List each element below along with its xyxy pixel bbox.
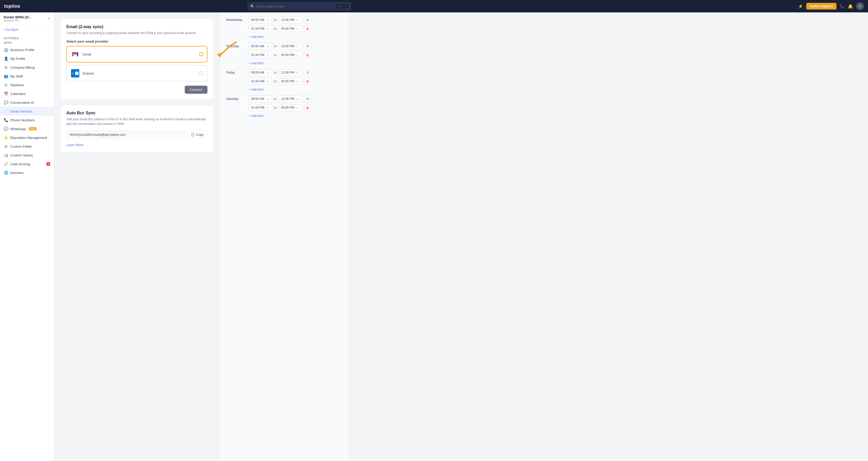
- sidebar-item-label: Custom Values: [10, 153, 33, 157]
- schedule-day: Wednesday: [226, 18, 247, 22]
- schedule-end-time[interactable]: 05:00 PM ◷: [279, 78, 302, 85]
- right-panel: Wednesday 09:00 AM ◷ to 12:00 PM ◷ ⧉ 01:…: [220, 12, 349, 461]
- copy-slot-button[interactable]: ⧉: [304, 69, 311, 76]
- schedule-to: to: [274, 18, 277, 22]
- delete-slot-button[interactable]: 🗑: [304, 52, 311, 58]
- account-name: Dunder Mifflin [D...: [4, 15, 31, 19]
- sidebar-item-business-profile[interactable]: 🏢 Business Profile: [0, 45, 54, 54]
- custom-values-icon: 📊: [4, 153, 8, 157]
- gmail-radio[interactable]: [199, 52, 203, 56]
- auto-bcc-title: Auto Bcc Sync: [66, 111, 208, 116]
- sidebar-item-conversation-ai[interactable]: 💬 Conversation AI: [0, 98, 54, 107]
- pipelines-icon: ⊟: [4, 83, 8, 87]
- settings-section-title: Settings: [0, 34, 54, 41]
- svg-text:O: O: [72, 72, 74, 75]
- sidebar-item-my-staff[interactable]: 👥 My Staff: [0, 72, 54, 80]
- sidebar-item-whatsapp[interactable]: 💬 WhatsApp beta: [0, 124, 54, 133]
- schedule-end-time[interactable]: 12:00 PM ◷: [279, 43, 302, 50]
- sidebar-item-email-services[interactable]: ✉️ Email Services: [0, 107, 54, 116]
- delete-slot-button[interactable]: 🗑: [304, 104, 311, 111]
- sidebar-item-lead-scoring[interactable]: 📈 Lead Scoring 3: [0, 160, 54, 168]
- add-time-wednesday[interactable]: + Add time: [249, 34, 343, 40]
- sidebar-item-label: Calendars: [10, 92, 26, 96]
- schedule-to: to: [274, 106, 277, 109]
- clearfix: Connect: [66, 84, 208, 94]
- add-time-thursday[interactable]: + Add time: [249, 60, 343, 66]
- sidebar-item-label: My Staff: [10, 74, 23, 78]
- copy-slot-button[interactable]: ⧉: [304, 17, 311, 23]
- sidebar-item-custom-fields[interactable]: ⊞ Custom Fields: [0, 142, 54, 151]
- schedule-end-time[interactable]: 12:00 PM ◷: [279, 96, 302, 102]
- schedule-end-time[interactable]: 05:00 PM ◷: [279, 104, 302, 111]
- search-bar[interactable]: 🔍 Ctrl + K: [247, 2, 351, 10]
- sidebar-item-pipelines[interactable]: ⊟ Pipelines: [0, 80, 54, 89]
- schedule-wednesday: Wednesday 09:00 AM ◷ to 12:00 PM ◷ ⧉ 01:…: [226, 17, 343, 40]
- delete-slot-button[interactable]: 🗑: [304, 25, 311, 32]
- copy-icon: 📋: [191, 133, 195, 136]
- schedule-start-time[interactable]: 01:00 PM ◷: [249, 104, 272, 111]
- delete-slot-button[interactable]: 🗑: [304, 78, 311, 85]
- go-back-link[interactable]: < Go Back: [0, 25, 54, 34]
- account-selector[interactable]: Dunder Mifflin [D... Scranton, PA ▼: [0, 12, 54, 25]
- phone-numbers-icon: 📞: [4, 118, 8, 122]
- gmail-option[interactable]: Gmail: [66, 46, 208, 62]
- support-button[interactable]: topline Support: [806, 3, 836, 9]
- schedule-to: to: [274, 53, 277, 57]
- auto-bcc-desc: Add your smart Bcc address to the Cc or …: [66, 117, 208, 126]
- schedule-start-time[interactable]: 09:00 AM ◷: [249, 69, 272, 76]
- copy-slot-button[interactable]: ⧉: [304, 96, 311, 102]
- schedule-row: 01:00 PM ◷ to 05:00 PM ◷ 🗑: [226, 78, 343, 85]
- sidebar-item-custom-values[interactable]: 📊 Custom Values: [0, 151, 54, 160]
- beta-badge: beta: [29, 127, 36, 130]
- sidebar-item-reputation-management[interactable]: ⭐ Reputation Management: [0, 133, 54, 142]
- outlook-option[interactable]: O Outlook: [66, 65, 208, 81]
- account-sub: Scranton, PA: [4, 19, 31, 22]
- email-sync-title: Email (2-way sync): [66, 25, 208, 29]
- svg-rect-4: [75, 71, 79, 75]
- schedule-start-time[interactable]: 09:00 AM ◷: [249, 17, 272, 23]
- schedule-start-time[interactable]: 09:00 AM ◷: [249, 43, 272, 50]
- add-time-saturday[interactable]: + Add time: [249, 113, 343, 119]
- sidebar-item-label: Business Profile: [10, 48, 34, 52]
- sidebar-item-domains[interactable]: 🌐 Domains: [0, 168, 54, 177]
- lightning-icon[interactable]: ⚡: [798, 4, 803, 9]
- schedule-saturday: Saturday 09:00 AM ◷ to 12:00 PM ◷ ⧉ 01:0…: [226, 96, 343, 119]
- copy-slot-button[interactable]: ⧉: [304, 43, 311, 50]
- schedule-start-time[interactable]: 09:00 AM ◷: [249, 96, 272, 102]
- learn-more-link[interactable]: Learn More: [66, 143, 84, 147]
- schedule-end-time[interactable]: 12:00 PM ◷: [279, 69, 302, 76]
- domains-icon: 🌐: [4, 171, 8, 175]
- connect-button[interactable]: Connect: [185, 86, 208, 94]
- gmail-label: Gmail: [83, 53, 91, 56]
- schedule-to: to: [274, 44, 277, 48]
- sidebar-item-company-billing[interactable]: ⊞ Company Billing: [0, 63, 54, 72]
- sidebar-item-label: My Profile: [10, 57, 25, 61]
- copy-button[interactable]: 📋 Copy: [187, 130, 208, 139]
- bcc-email-input[interactable]: [66, 131, 185, 139]
- sidebar-item-phone-numbers[interactable]: 📞 Phone Numbers: [0, 116, 54, 124]
- schedule-start-time[interactable]: 01:00 PM ◷: [249, 52, 272, 58]
- schedule-start-time[interactable]: 01:00 PM ◷: [249, 25, 272, 32]
- schedule-friday: Friday 09:00 AM ◷ to 12:00 PM ◷ ⧉ 01:00 …: [226, 69, 343, 92]
- bcc-email-row: 📋 Copy: [66, 130, 208, 139]
- conversation-ai-icon: 💬: [4, 100, 8, 104]
- sidebar-item-label: Lead Scoring: [10, 162, 30, 166]
- avatar[interactable]: U: [856, 2, 864, 10]
- my-profile-icon: 👤: [4, 57, 8, 61]
- add-time-friday[interactable]: + Add time: [249, 87, 343, 92]
- schedule-end-time[interactable]: 05:00 PM ◷: [279, 52, 302, 58]
- sidebar-item-label: WhatsApp: [10, 127, 26, 131]
- schedule-end-time[interactable]: 05:00 PM ◷: [279, 25, 302, 32]
- reputation-icon: ⭐: [4, 135, 8, 140]
- schedule-row: Thursday 09:00 AM ◷ to 12:00 PM ◷ ⧉: [226, 43, 343, 50]
- schedule-start-time[interactable]: 01:00 PM ◷: [249, 78, 272, 85]
- sidebar: Dunder Mifflin [D... Scranton, PA ▼ < Go…: [0, 12, 54, 461]
- business-profile-icon: 🏢: [4, 48, 8, 52]
- search-input[interactable]: [256, 4, 334, 8]
- phone-icon[interactable]: 📞: [840, 4, 845, 9]
- schedule-end-time[interactable]: 12:00 PM ◷: [279, 17, 302, 23]
- outlook-radio[interactable]: [199, 71, 203, 75]
- sidebar-item-calendars[interactable]: 📅 Calendars: [0, 89, 54, 98]
- sidebar-item-my-profile[interactable]: 👤 My Profile: [0, 54, 54, 63]
- bell-icon[interactable]: 🔔: [848, 4, 853, 9]
